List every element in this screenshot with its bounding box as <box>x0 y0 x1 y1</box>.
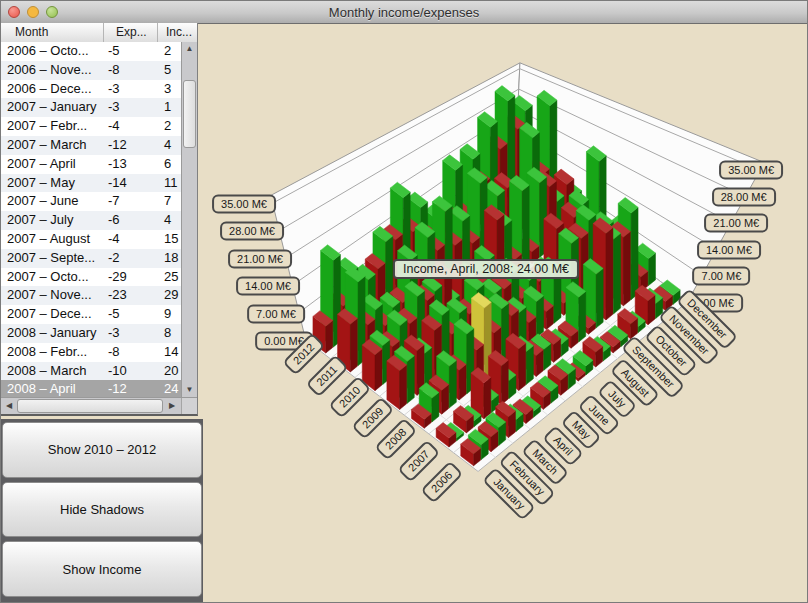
table-row[interactable]: 2007 – Nove...-2329 <box>1 286 181 305</box>
table-row[interactable]: 2007 – Octo...-2925 <box>1 268 181 287</box>
scroll-left-arrow-icon[interactable]: ◀ <box>1 398 17 414</box>
bar-front-face <box>579 291 586 342</box>
column-header-income[interactable]: Inc... <box>158 23 197 42</box>
bar-front-face <box>519 343 526 390</box>
cell-month: 2007 – Dece... <box>1 305 104 324</box>
cell-income: 14 <box>158 343 181 362</box>
table-row[interactable]: 2007 – March-124 <box>1 136 181 155</box>
cell-income: 4 <box>158 136 181 155</box>
cell-month: 2007 – August <box>1 230 104 249</box>
cell-month: 2007 – July <box>1 211 104 230</box>
scroll-right-arrow-icon[interactable]: ▶ <box>164 398 180 414</box>
table-row[interactable]: 2008 – April-1224 <box>1 380 181 397</box>
bar-front-face <box>407 356 414 403</box>
cell-month: 2006 – Octo... <box>1 42 104 61</box>
scroll-up-arrow-icon[interactable]: ▲ <box>182 42 197 56</box>
table-header: Month Exp... Inc... <box>1 23 197 43</box>
app-window: Monthly income/expenses Month Exp... Inc… <box>0 0 808 603</box>
table-row[interactable]: 2007 – June-77 <box>1 192 181 211</box>
bar-front-face <box>526 346 533 385</box>
cell-expenses: -5 <box>104 305 158 324</box>
table-row[interactable]: 2007 – Dece...-59 <box>1 305 181 324</box>
cell-income: 2 <box>158 117 181 136</box>
hide-shadows-button[interactable]: Hide Shadows <box>2 482 202 538</box>
bar-front-face <box>501 360 508 405</box>
left-panel: Month Exp... Inc... 2006 – Octo...-52200… <box>1 23 204 602</box>
chart-3d-view[interactable]: 0.00 M€0.00 M€7.00 M€7.00 M€14.00 M€14.0… <box>198 23 807 602</box>
table-row[interactable]: 2008 – March-1020 <box>1 362 181 381</box>
cell-expenses: -3 <box>104 80 158 99</box>
cell-expenses: -12 <box>104 380 158 397</box>
bar-front-face <box>459 364 466 400</box>
cell-income: 9 <box>158 305 181 324</box>
cell-income: 5 <box>158 61 181 80</box>
cell-income: 11 <box>158 174 181 193</box>
cell-expenses: -3 <box>104 324 158 343</box>
data-table: Month Exp... Inc... 2006 – Octo...-52200… <box>1 23 198 416</box>
cell-income: 1 <box>158 98 181 117</box>
cell-income: 18 <box>158 249 181 268</box>
cell-expenses: -5 <box>104 42 158 61</box>
bar-front-face <box>350 318 357 372</box>
cell-expenses: -8 <box>104 61 158 80</box>
table-row[interactable]: 2007 – Febr...-42 <box>1 117 181 136</box>
cell-month: 2008 – Febr... <box>1 343 104 362</box>
column-header-month[interactable]: Month <box>1 23 104 42</box>
title-bar[interactable]: Monthly income/expenses <box>1 1 807 24</box>
table-row[interactable]: 2007 – April-136 <box>1 155 181 174</box>
cell-income: 4 <box>158 211 181 230</box>
column-header-expenses[interactable]: Exp... <box>104 23 158 42</box>
button-panel: Show 2010 – 2012 Hide Shadows Show Incom… <box>1 419 203 602</box>
table-row[interactable]: 2008 – January-38 <box>1 324 181 343</box>
cell-month: 2007 – Febr... <box>1 117 104 136</box>
bar-front-face <box>400 365 407 410</box>
table-row[interactable]: 2007 – Septe...-218 <box>1 249 181 268</box>
cell-income: 24 <box>158 380 181 397</box>
value-axis-label-right: 14.00 M€ <box>697 240 761 259</box>
scroll-down-arrow-icon[interactable]: ▼ <box>182 383 197 397</box>
cell-month: 2008 – January <box>1 324 104 343</box>
table-row[interactable]: 2006 – Dece...-33 <box>1 80 181 99</box>
table-row[interactable]: 2008 – Febr...-814 <box>1 343 181 362</box>
horizontal-scroll-thumb[interactable] <box>17 399 163 413</box>
bar-front-face <box>631 207 638 299</box>
cell-income: 3 <box>158 80 181 99</box>
cell-month: 2007 – May <box>1 174 104 193</box>
table-row[interactable]: 2007 – January-31 <box>1 98 181 117</box>
cell-month: 2007 – April <box>1 155 104 174</box>
chart-bar[interactable] <box>387 355 407 409</box>
value-axis-label-left: 21.00 M€ <box>228 249 292 268</box>
table-body: 2006 – Octo...-522006 – Nove...-852006 –… <box>1 42 181 397</box>
table-row[interactable]: 2006 – Octo...-52 <box>1 42 181 61</box>
cell-income: 20 <box>158 362 181 381</box>
cell-expenses: -10 <box>104 362 158 381</box>
show-years-button[interactable]: Show 2010 – 2012 <box>2 422 202 478</box>
bar-front-face <box>623 231 630 305</box>
cell-expenses: -7 <box>104 192 158 211</box>
window-title: Monthly income/expenses <box>1 5 807 20</box>
value-axis-label-left: 35.00 M€ <box>212 194 276 213</box>
horizontal-scrollbar[interactable]: ◀ ▶ <box>1 397 197 414</box>
cell-expenses: -12 <box>104 136 158 155</box>
value-axis-label-right: 28.00 M€ <box>712 187 776 206</box>
scrollbar-corner <box>181 398 197 414</box>
cell-month: 2007 – Septe... <box>1 249 104 268</box>
show-income-button[interactable]: Show Income <box>2 541 202 597</box>
cell-month: 2007 – January <box>1 98 104 117</box>
table-row[interactable]: 2007 – August-415 <box>1 230 181 249</box>
value-axis-label-left: 14.00 M€ <box>236 277 300 296</box>
vertical-scroll-thumb[interactable] <box>183 80 196 148</box>
cell-month: 2008 – April <box>1 380 104 397</box>
table-row[interactable]: 2007 – May-1411 <box>1 174 181 193</box>
cell-expenses: -29 <box>104 268 158 287</box>
table-row[interactable]: 2006 – Nove...-85 <box>1 61 181 80</box>
cell-expenses: -4 <box>104 117 158 136</box>
selection-tooltip: Income, April, 2008: 24.00 M€ <box>393 259 579 279</box>
cell-month: 2008 – March <box>1 362 104 381</box>
value-axis-label-right: 21.00 M€ <box>704 214 768 233</box>
vertical-scrollbar[interactable]: ▲ ▼ <box>181 42 197 397</box>
bar-front-face <box>596 268 603 327</box>
value-axis-label-left: 28.00 M€ <box>220 222 284 241</box>
cell-month: 2006 – Dece... <box>1 80 104 99</box>
table-row[interactable]: 2007 – July-64 <box>1 211 181 230</box>
